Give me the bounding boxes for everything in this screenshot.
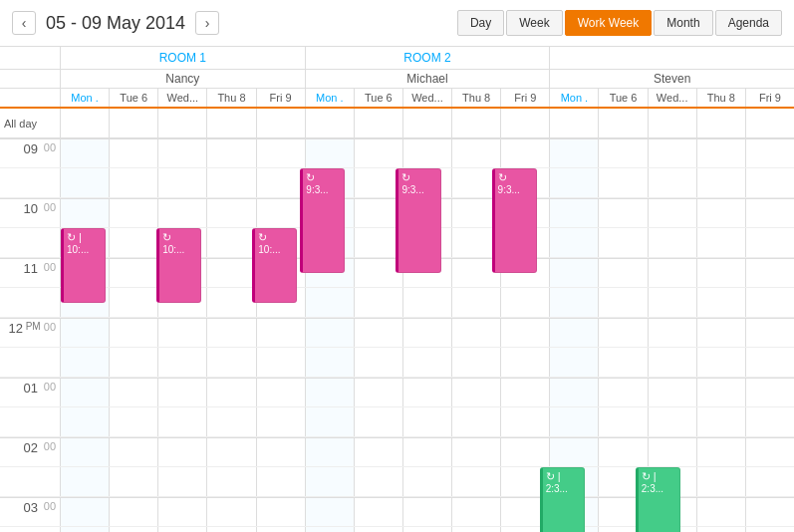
grid-cell-r2-c1[interactable] xyxy=(109,199,157,227)
grid-cell-r9-c6[interactable] xyxy=(354,407,402,436)
grid-cell-r6-c14[interactable] xyxy=(745,319,794,347)
grid-cell-r13-c14[interactable] xyxy=(745,527,794,532)
grid-cell-r6-c12[interactable] xyxy=(648,319,696,347)
grid-cell-r6-c6[interactable] xyxy=(354,319,402,347)
grid-cell-r6-c5[interactable] xyxy=(305,319,354,347)
grid-cell-r5-c8[interactable] xyxy=(451,288,500,317)
grid-cell-r9-c10[interactable] xyxy=(549,407,598,436)
grid-cell-r8-c6[interactable] xyxy=(354,379,402,406)
grid-cell-r2-c10[interactable] xyxy=(549,199,598,227)
grid-cell-r8-c2[interactable] xyxy=(157,379,206,406)
event-4[interactable]: ↻ 9:3... xyxy=(396,168,440,273)
event-1[interactable]: ↻ 10:... xyxy=(156,228,201,303)
grid-cell-r7-c2[interactable] xyxy=(157,348,206,377)
grid-cell-r5-c6[interactable] xyxy=(354,288,402,317)
grid-cell-r4-c12[interactable] xyxy=(648,259,696,287)
grid-cell-r4-c11[interactable] xyxy=(598,259,647,287)
grid-cell-r13-c7[interactable] xyxy=(402,527,451,532)
grid-cell-r1-c0[interactable] xyxy=(60,168,109,197)
view-day[interactable]: Day xyxy=(457,10,504,36)
grid-cell-r1-c2[interactable] xyxy=(157,168,206,197)
grid-cell-r1-c13[interactable] xyxy=(696,168,745,197)
grid-cell-r7-c0[interactable] xyxy=(60,348,109,377)
event-7[interactable]: ↻ |2:3... xyxy=(636,467,680,532)
grid-cell-r11-c3[interactable] xyxy=(206,467,255,496)
grid-cell-r8-c0[interactable] xyxy=(60,379,109,406)
grid-cell-r8-c3[interactable] xyxy=(206,379,255,406)
grid-cell-r10-c8[interactable] xyxy=(451,438,500,466)
grid-cell-r0-c5[interactable] xyxy=(305,139,354,167)
grid-cell-r8-c12[interactable] xyxy=(648,379,696,406)
grid-cell-r11-c2[interactable] xyxy=(157,467,206,496)
grid-cell-r12-c5[interactable] xyxy=(305,498,354,526)
grid-cell-r11-c13[interactable] xyxy=(696,467,745,496)
view-month[interactable]: Month xyxy=(654,10,712,36)
grid-cell-r10-c3[interactable] xyxy=(206,438,255,466)
grid-cell-r10-c6[interactable] xyxy=(354,438,402,466)
grid-cell-r9-c1[interactable] xyxy=(109,407,157,436)
grid-cell-r9-c9[interactable] xyxy=(500,407,549,436)
grid-cell-r13-c2[interactable] xyxy=(157,527,206,532)
grid-cell-r12-c3[interactable] xyxy=(206,498,255,526)
grid-cell-r13-c4[interactable] xyxy=(256,527,305,532)
grid-cell-r3-c14[interactable] xyxy=(745,228,794,257)
grid-cell-r7-c5[interactable] xyxy=(305,348,354,377)
grid-cell-r7-c9[interactable] xyxy=(500,348,549,377)
grid-cell-r12-c1[interactable] xyxy=(109,498,157,526)
next-button[interactable]: › xyxy=(195,11,219,35)
grid-cell-r8-c14[interactable] xyxy=(745,379,794,406)
grid-cell-r10-c9[interactable] xyxy=(500,438,549,466)
grid-cell-r6-c0[interactable] xyxy=(60,319,109,347)
grid-cell-r3-c12[interactable] xyxy=(648,228,696,257)
grid-cell-r5-c14[interactable] xyxy=(745,288,794,317)
view-week[interactable]: Week xyxy=(506,10,562,36)
grid-cell-r13-c6[interactable] xyxy=(354,527,402,532)
grid-cell-r9-c5[interactable] xyxy=(305,407,354,436)
grid-cell-r13-c1[interactable] xyxy=(109,527,157,532)
grid-cell-r1-c12[interactable] xyxy=(648,168,696,197)
grid-cell-r5-c7[interactable] xyxy=(402,288,451,317)
grid-cell-r0-c7[interactable] xyxy=(402,139,451,167)
grid-cell-r10-c4[interactable] xyxy=(256,438,305,466)
grid-cell-r9-c11[interactable] xyxy=(598,407,647,436)
grid-cell-r8-c13[interactable] xyxy=(696,379,745,406)
grid-cell-r10-c5[interactable] xyxy=(305,438,354,466)
grid-cell-r12-c2[interactable] xyxy=(157,498,206,526)
grid-cell-r10-c11[interactable] xyxy=(598,438,647,466)
grid-cell-r11-c7[interactable] xyxy=(402,467,451,496)
grid-cell-r4-c3[interactable] xyxy=(206,259,255,287)
grid-cell-r5-c12[interactable] xyxy=(648,288,696,317)
grid-cell-r2-c14[interactable] xyxy=(745,199,794,227)
grid-cell-r2-c2[interactable] xyxy=(157,199,206,227)
time-grid[interactable]: 09 0010 0011 0012 PM 0001 0002 0003 0004… xyxy=(0,138,794,532)
grid-cell-r11-c6[interactable] xyxy=(354,467,402,496)
grid-cell-r7-c10[interactable] xyxy=(549,348,598,377)
grid-cell-r9-c0[interactable] xyxy=(60,407,109,436)
event-0[interactable]: ↻ |10:... xyxy=(61,228,106,303)
grid-cell-r7-c14[interactable] xyxy=(745,348,794,377)
grid-cell-r10-c13[interactable] xyxy=(696,438,745,466)
grid-cell-r12-c6[interactable] xyxy=(354,498,402,526)
grid-cell-r6-c4[interactable] xyxy=(256,319,305,347)
grid-cell-r10-c2[interactable] xyxy=(157,438,206,466)
grid-cell-r8-c8[interactable] xyxy=(451,379,500,406)
grid-cell-r6-c3[interactable] xyxy=(206,319,255,347)
grid-cell-r4-c10[interactable] xyxy=(549,259,598,287)
grid-cell-r10-c10[interactable] xyxy=(549,438,598,466)
grid-cell-r12-c7[interactable] xyxy=(402,498,451,526)
grid-cell-r7-c12[interactable] xyxy=(648,348,696,377)
grid-cell-r2-c3[interactable] xyxy=(206,199,255,227)
grid-cell-r6-c7[interactable] xyxy=(402,319,451,347)
grid-cell-r9-c12[interactable] xyxy=(648,407,696,436)
grid-cell-r9-c2[interactable] xyxy=(157,407,206,436)
grid-cell-r11-c4[interactable] xyxy=(256,467,305,496)
grid-cell-r8-c4[interactable] xyxy=(256,379,305,406)
grid-cell-r6-c9[interactable] xyxy=(500,319,549,347)
grid-cell-r6-c2[interactable] xyxy=(157,319,206,347)
grid-cell-r12-c13[interactable] xyxy=(696,498,745,526)
grid-cell-r0-c6[interactable] xyxy=(354,139,402,167)
grid-cell-r2-c13[interactable] xyxy=(696,199,745,227)
prev-button[interactable]: ‹ xyxy=(12,11,36,35)
grid-cell-r4-c1[interactable] xyxy=(109,259,157,287)
grid-cell-r2-c12[interactable] xyxy=(648,199,696,227)
